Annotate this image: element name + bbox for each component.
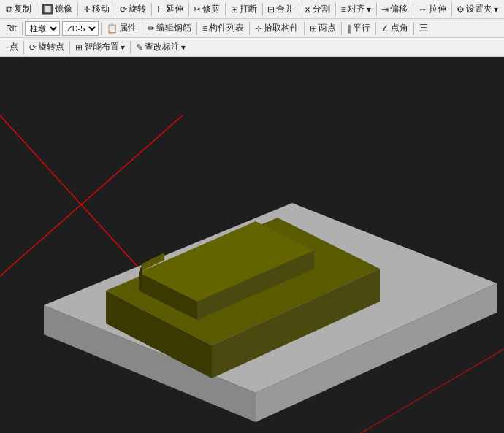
tool-three[interactable]: 三 (416, 21, 431, 35)
sep-r9 (413, 22, 414, 35)
toolbar-row-1: ⧉ 复制 🔲 镜像 ✛ 移动 ⟳ 旋转 ⊢ 延伸 ✂ 修剪 ⊞ 打断 ⊟ 合并 … (0, 0, 504, 19)
smart-layout-dropdown-icon: ▾ (121, 42, 125, 53)
sep-r7 (341, 22, 342, 35)
column-type-select[interactable]: 柱墩 (25, 21, 60, 36)
scene-svg (0, 57, 504, 433)
sep-r6 (304, 22, 305, 35)
point-angle-icon: ∠ (381, 23, 389, 34)
tool-check-annotation[interactable]: ✎ 查改标注 ▾ (133, 40, 188, 54)
tool-align[interactable]: ≡ 对齐 ▾ (338, 2, 374, 16)
break-icon: ⊞ (231, 4, 238, 15)
three-icon: 三 (419, 22, 428, 34)
rotate-point-icon: ⟳ (29, 42, 37, 53)
sep-r3 (142, 22, 142, 35)
properties-icon: 📋 (107, 23, 118, 34)
pick-component-icon: ⊹ (255, 23, 262, 34)
tool-smart-layout[interactable]: ⊞ 智能布置 ▾ (72, 40, 128, 54)
tool-edit-rebar[interactable]: ✏ 编辑钢筋 (145, 21, 194, 35)
set-grip-dropdown-icon: ▾ (494, 4, 498, 15)
set-grip-icon: ⚙ (457, 4, 465, 15)
tool-point-angle[interactable]: ∠ 点角 (378, 21, 411, 35)
sep-t2 (69, 41, 70, 54)
3d-viewport[interactable] (0, 57, 504, 433)
sep-r5 (249, 22, 250, 35)
tool-rotate-point[interactable]: ⟳ 旋转点 (26, 40, 67, 54)
copy-icon: ⧉ (6, 4, 12, 14)
tool-move[interactable]: ✛ 移动 (80, 2, 112, 16)
toolbar-row-2: Rit 柱墩 ZD-5 📋 属性 ✏ 编辑钢筋 ≡ 构件列表 ⊹ 拾取构件 ⊞ … (0, 19, 504, 38)
smart-layout-icon: ⊞ (75, 42, 83, 53)
tool-properties[interactable]: 📋 属性 (104, 21, 140, 35)
extend-icon: ⊢ (157, 4, 164, 15)
edit-rebar-icon: ✏ (148, 23, 155, 34)
rit-label: Rit (3, 23, 20, 34)
tool-rotate[interactable]: ⟳ 旋转 (117, 2, 149, 16)
tool-set-grip[interactable]: ⚙ 设置夹 ▾ (454, 2, 501, 16)
tool-split[interactable]: ⊠ 分割 (301, 2, 333, 16)
tool-extend[interactable]: ⊢ 延伸 (154, 2, 186, 16)
move-icon: ✛ (83, 4, 91, 15)
tool-break[interactable]: ⊞ 打断 (228, 2, 260, 16)
tool-parallel[interactable]: ∥ 平行 (344, 21, 373, 35)
tool-pick-component[interactable]: ⊹ 拾取构件 (252, 21, 302, 35)
component-list-icon: ≡ (202, 23, 207, 34)
tool-trim[interactable]: ✂ 修剪 (191, 2, 223, 16)
toolbar-row-3: · 点 ⟳ 旋转点 ⊞ 智能布置 ▾ ✎ 查改标注 ▾ (0, 38, 504, 57)
sep-r4 (196, 22, 197, 35)
mirror-icon: 🔲 (42, 4, 53, 14)
check-annotation-dropdown-icon: ▾ (181, 42, 186, 53)
sep-t3 (130, 41, 131, 54)
tool-component-list[interactable]: ≡ 构件列表 (199, 21, 247, 35)
check-annotation-icon: ✎ (136, 42, 143, 53)
two-point-icon: ⊞ (310, 23, 317, 34)
split-icon: ⊠ (304, 4, 311, 15)
rotate-icon: ⟳ (120, 4, 127, 15)
align-icon: ≡ (341, 4, 346, 15)
merge-icon: ⊟ (267, 4, 275, 15)
tool-copy[interactable]: ⧉ 复制 (3, 2, 34, 16)
tool-two-point[interactable]: ⊞ 两点 (307, 21, 339, 35)
sep-r8 (375, 22, 376, 35)
point-icon: · (6, 42, 8, 53)
tool-merge[interactable]: ⊟ 合并 (264, 2, 297, 16)
tool-offset[interactable]: ⇥ 偏移 (378, 2, 411, 16)
align-dropdown-icon: ▾ (367, 4, 371, 15)
trim-icon: ✂ (194, 4, 201, 15)
parallel-icon: ∥ (347, 23, 351, 34)
offset-icon: ⇥ (381, 4, 389, 15)
sep-t1 (23, 41, 24, 54)
sep-r2 (101, 22, 102, 35)
tool-stretch[interactable]: ↔ 拉伸 (416, 2, 449, 16)
tool-mirror[interactable]: 🔲 镜像 (39, 2, 75, 16)
column-id-select[interactable]: ZD-5 (62, 21, 99, 36)
stretch-icon: ↔ (419, 4, 427, 15)
sep-r1 (22, 22, 23, 35)
tool-point[interactable]: · 点 (3, 40, 21, 54)
